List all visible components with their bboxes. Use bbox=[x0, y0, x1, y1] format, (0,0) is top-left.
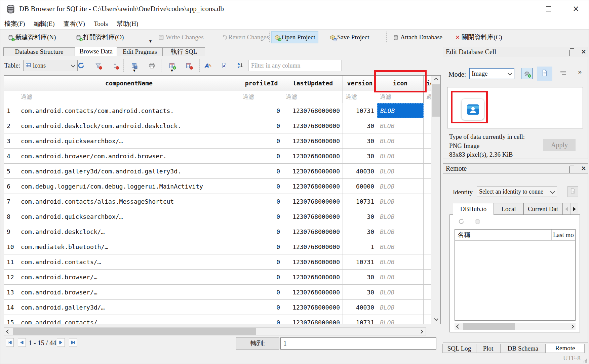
column-header-version[interactable]: version bbox=[343, 76, 377, 91]
cell-profileId[interactable]: 0 bbox=[240, 239, 283, 254]
attach-database-button[interactable]: Attach Database bbox=[390, 31, 445, 43]
delete-record-button[interactable]: − bbox=[184, 61, 193, 70]
cell-num[interactable]: 6 bbox=[4, 179, 18, 194]
cell-profileId[interactable]: 0 bbox=[240, 224, 283, 239]
cell-partial[interactable] bbox=[424, 300, 431, 315]
cell-icon[interactable]: BLOB bbox=[377, 194, 424, 209]
scroll-right-button[interactable] bbox=[568, 323, 576, 330]
cell-lastUpdated[interactable]: 1230768000000 bbox=[283, 270, 343, 284]
cell-icon[interactable]: BLOB bbox=[377, 239, 424, 254]
cell-version[interactable]: 1 bbox=[343, 239, 377, 254]
tab-scroll-right-button[interactable] bbox=[571, 203, 578, 215]
cell-name[interactable]: com.mediatek.bluetooth/… bbox=[18, 239, 240, 254]
cell-version[interactable]: 30 bbox=[343, 149, 377, 163]
table-row[interactable]: 8com.android.quicksearchbox/…01230768000… bbox=[4, 209, 440, 224]
grid-vertical-scrollbar[interactable] bbox=[431, 76, 440, 324]
table-row[interactable]: 2com.android.deskclock/com.android.deskc… bbox=[4, 118, 440, 133]
float-panel-icon[interactable] bbox=[569, 167, 570, 173]
mode-selector[interactable]: Image bbox=[469, 68, 514, 79]
cell-num[interactable]: 3 bbox=[4, 133, 18, 148]
cell-partial[interactable] bbox=[424, 285, 431, 299]
cell-version[interactable]: 10731 bbox=[343, 315, 377, 324]
cell-lastUpdated[interactable]: 1230768000000 bbox=[283, 239, 343, 254]
cell-num[interactable]: 15 bbox=[4, 315, 18, 324]
grid-horizontal-scrollbar[interactable] bbox=[4, 327, 426, 335]
cell-profileId[interactable]: 0 bbox=[240, 194, 283, 209]
cell-partial[interactable] bbox=[424, 254, 431, 269]
scroll-left-button[interactable] bbox=[455, 323, 462, 330]
cell-partial[interactable] bbox=[424, 179, 431, 194]
cell-num[interactable]: 8 bbox=[4, 209, 18, 224]
cell-lastUpdated[interactable]: 1230768000000 bbox=[283, 315, 343, 324]
cell-icon[interactable]: BLOB bbox=[377, 224, 424, 239]
filter-lastUpdated[interactable]: 過濾 bbox=[283, 91, 343, 103]
cell-lastUpdated[interactable]: 1230768000000 bbox=[283, 149, 343, 163]
cell-name[interactable]: com.android.gallery3d/… bbox=[18, 300, 240, 315]
remote-tab-dbhub[interactable]: DBHub.io bbox=[453, 203, 494, 215]
cell-icon[interactable]: BLOB bbox=[377, 149, 424, 163]
cell-version[interactable]: 10731 bbox=[343, 194, 377, 209]
menu-edit[interactable]: 編輯(E) bbox=[34, 19, 54, 28]
clear-sort-button[interactable]: − bbox=[110, 61, 119, 70]
dock-tab-sql-log[interactable]: SQL Log bbox=[442, 344, 476, 353]
cell-num[interactable]: 11 bbox=[4, 254, 18, 269]
remote-column-last-modified[interactable]: Last mo bbox=[552, 230, 575, 240]
write-changes-button[interactable]: Write Changes bbox=[156, 31, 206, 43]
cell-profileId[interactable]: 0 bbox=[240, 254, 283, 269]
cell-partial[interactable] bbox=[424, 118, 431, 133]
column-header-profileId[interactable]: profileId bbox=[240, 76, 283, 91]
remote-clone-button[interactable] bbox=[473, 218, 481, 226]
clone-database-button[interactable] bbox=[567, 186, 578, 197]
filter-any-column-input[interactable]: Filter in any column bbox=[248, 60, 342, 71]
cell-num[interactable]: 5 bbox=[4, 164, 18, 178]
cell-num[interactable]: 7 bbox=[4, 194, 18, 209]
edit-cell-panel-titlebar[interactable]: Edit Database Cell bbox=[443, 47, 588, 57]
sort-az-button[interactable]: AZ bbox=[236, 61, 245, 70]
minimize-button[interactable] bbox=[511, 0, 532, 17]
table-row[interactable]: 1com.android.contacts/com.android.contac… bbox=[4, 103, 440, 118]
maximize-button[interactable] bbox=[538, 0, 559, 17]
cell-partial[interactable] bbox=[424, 239, 431, 254]
scroll-left-button[interactable] bbox=[4, 328, 12, 335]
close-button[interactable]: × bbox=[565, 0, 586, 17]
cell-lastUpdated[interactable]: 1230768000000 bbox=[283, 133, 343, 148]
identity-selector[interactable]: Select an identity to conne bbox=[477, 187, 557, 197]
column-header-lastUpdated[interactable]: lastUpdated bbox=[283, 76, 343, 91]
table-row[interactable]: 4com.android.browser/com.android.browser… bbox=[4, 149, 440, 164]
column-header-componentName[interactable]: componentName bbox=[18, 76, 240, 91]
table-row[interactable]: 14com.android.gallery3d/…012307680000004… bbox=[4, 300, 440, 315]
cell-name[interactable]: com.android.browser/… bbox=[18, 270, 240, 284]
table-row[interactable]: 13com.android.browser/…0123076800000030B… bbox=[4, 285, 440, 300]
cell-lastUpdated[interactable]: 1230768000000 bbox=[283, 103, 343, 118]
cell-icon[interactable]: BLOB bbox=[377, 179, 424, 194]
table-selector[interactable]: icons bbox=[23, 60, 78, 71]
cell-lastUpdated[interactable]: 1230768000000 bbox=[283, 209, 343, 224]
horizontal-scroll-thumb[interactable] bbox=[463, 323, 515, 330]
filter-icon[interactable]: 過濾 bbox=[377, 91, 424, 103]
new-database-button[interactable]: + 新建資料庫(N) bbox=[5, 31, 58, 43]
tab-edit-pragmas[interactable]: Edit Pragmas bbox=[117, 47, 163, 56]
cell-name[interactable]: com.android.quicksearchbox/… bbox=[18, 133, 240, 148]
cell-profileId[interactable]: 0 bbox=[240, 149, 283, 163]
menu-view[interactable]: 查看(V) bbox=[64, 19, 85, 28]
import-export-button[interactable]: ➜ bbox=[521, 68, 533, 79]
cell-num[interactable]: 9 bbox=[4, 224, 18, 239]
cell-version[interactable]: 30 bbox=[343, 270, 377, 284]
float-panel-icon[interactable] bbox=[569, 50, 570, 56]
print-button[interactable] bbox=[147, 61, 156, 70]
export-dropdown-icon[interactable]: ▼ bbox=[133, 69, 135, 72]
remote-horizontal-scrollbar[interactable] bbox=[455, 323, 576, 330]
table-row[interactable]: 12com.android.browser/…0123076800000030B… bbox=[4, 270, 440, 285]
cell-num[interactable]: 12 bbox=[4, 270, 18, 284]
cell-partial[interactable] bbox=[424, 315, 431, 324]
cell-num[interactable]: 13 bbox=[4, 285, 18, 299]
cell-name[interactable]: com.android.contacts/alias.MessageShortc… bbox=[18, 194, 240, 209]
table-row[interactable]: 3com.android.quicksearchbox/…01230768000… bbox=[4, 133, 440, 149]
cell-partial[interactable] bbox=[424, 164, 431, 178]
cell-name[interactable]: com.android.contacts/… bbox=[18, 254, 240, 269]
cell-profileId[interactable]: 0 bbox=[240, 179, 283, 194]
cell-lastUpdated[interactable]: 1230768000000 bbox=[283, 285, 343, 299]
cell-icon[interactable]: BLOB bbox=[377, 270, 424, 284]
cell-name[interactable]: com.android.browser/com.android.browser. bbox=[18, 149, 240, 163]
cell-profileId[interactable]: 0 bbox=[240, 133, 283, 148]
